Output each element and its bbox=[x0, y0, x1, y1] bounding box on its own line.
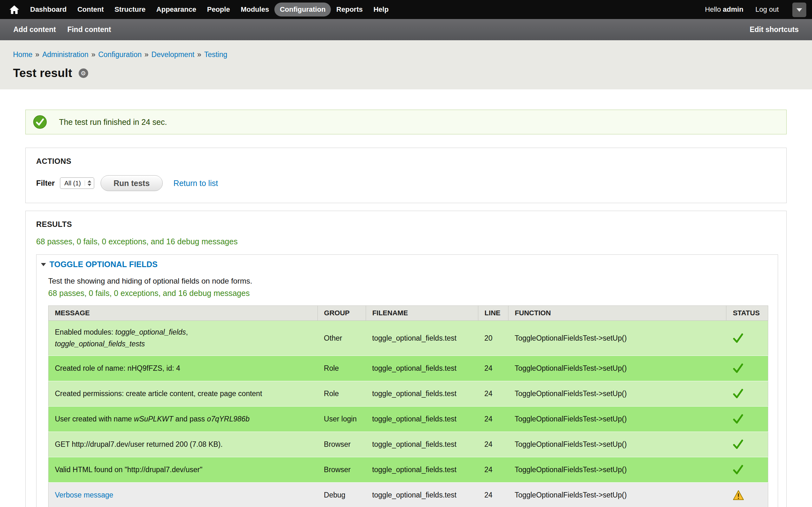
fieldset-summary: 68 passes, 0 fails, 0 exceptions, and 16… bbox=[48, 289, 768, 298]
admin-toolbar: Dashboard Content Structure Appearance P… bbox=[0, 0, 812, 19]
breadcrumb-home[interactable]: Home bbox=[13, 50, 32, 59]
cell-status bbox=[726, 483, 768, 507]
return-to-list-link[interactable]: Return to list bbox=[173, 179, 218, 188]
cell-filename: toggle_optional_fields.test bbox=[366, 406, 478, 432]
cell-message: Valid HTML found on "http://drupal7.dev/… bbox=[49, 457, 318, 483]
caret-down-icon bbox=[797, 8, 802, 12]
toolbar-item-appearance[interactable]: Appearance bbox=[151, 3, 202, 16]
table-row: User created with name wSuPLKWT and pass… bbox=[49, 406, 768, 432]
message-text: o7qYRL986b bbox=[207, 415, 249, 423]
edit-shortcuts-link[interactable]: Edit shortcuts bbox=[750, 25, 799, 34]
fieldset-description: Test the showing and hiding of optional … bbox=[48, 277, 768, 285]
cell-function: ToggleOptionalFieldsTest->setUp() bbox=[508, 381, 726, 406]
toolbar-toggle-button[interactable] bbox=[792, 3, 806, 17]
cell-group: Browser bbox=[317, 457, 366, 483]
pass-icon bbox=[733, 440, 744, 449]
main-content: The test run finished in 24 sec. ACTIONS… bbox=[0, 89, 812, 507]
table-header-row: MESSAGE GROUP FILENAME LINE FUNCTION STA… bbox=[49, 306, 768, 321]
message-text: wSuPLKWT bbox=[134, 415, 173, 423]
logout-link[interactable]: Log out bbox=[756, 5, 779, 14]
message-text: and pass bbox=[173, 415, 207, 423]
cell-status bbox=[726, 457, 768, 483]
status-message-text: The test run finished in 24 sec. bbox=[59, 118, 167, 127]
pass-icon bbox=[733, 414, 744, 424]
username: admin bbox=[723, 5, 744, 13]
cell-message: Created role of name: nHQ9fFZS, id: 4 bbox=[49, 356, 318, 381]
message-text: , bbox=[186, 328, 188, 336]
toolbar-item-modules[interactable]: Modules bbox=[235, 3, 274, 16]
cell-group: Role bbox=[317, 356, 366, 381]
results-table-body: Enabled modules: toggle_optional_fields,… bbox=[49, 321, 768, 507]
pass-icon bbox=[733, 363, 744, 373]
filter-label: Filter bbox=[36, 179, 55, 187]
toolbar-item-reports[interactable]: Reports bbox=[331, 3, 368, 16]
cell-group: Other bbox=[317, 321, 366, 356]
cell-line: 24 bbox=[478, 356, 508, 381]
breadcrumb-separator: » bbox=[35, 50, 39, 59]
toolbar-item-structure[interactable]: Structure bbox=[109, 3, 151, 16]
header-status: STATUS bbox=[726, 306, 768, 321]
toolbar-item-dashboard[interactable]: Dashboard bbox=[25, 3, 72, 16]
pass-icon bbox=[733, 389, 744, 399]
cell-function: ToggleOptionalFieldsTest->setUp() bbox=[508, 457, 726, 483]
cell-function: ToggleOptionalFieldsTest->setUp() bbox=[508, 432, 726, 457]
gear-icon[interactable]: ⚙ bbox=[79, 68, 88, 78]
toolbar-item-configuration[interactable]: Configuration bbox=[274, 3, 331, 16]
cell-message: Verbose message bbox=[49, 483, 318, 507]
cell-filename: toggle_optional_fields.test bbox=[366, 321, 478, 356]
breadcrumb-administration[interactable]: Administration bbox=[42, 50, 89, 59]
header-line: LINE bbox=[478, 306, 508, 321]
user-greeting: Hello admin bbox=[705, 5, 744, 14]
results-table: MESSAGE GROUP FILENAME LINE FUNCTION STA… bbox=[48, 305, 768, 507]
message-text: User created with name bbox=[55, 415, 134, 423]
verbose-message-link[interactable]: Verbose message bbox=[55, 491, 113, 499]
shortcut-find-content[interactable]: Find content bbox=[67, 25, 111, 34]
run-tests-button[interactable]: Run tests bbox=[101, 175, 163, 191]
message-text: toggle_optional_fields_tests bbox=[55, 340, 145, 348]
toolbar-item-content[interactable]: Content bbox=[72, 3, 109, 16]
message-text: Valid HTML found on "http://drupal7.dev/… bbox=[55, 465, 202, 474]
toolbar-item-help[interactable]: Help bbox=[368, 3, 394, 16]
cell-status bbox=[726, 381, 768, 406]
cell-function: ToggleOptionalFieldsTest->setUp() bbox=[508, 406, 726, 432]
cell-line: 20 bbox=[478, 321, 508, 356]
filter-select-value: All (1) bbox=[64, 180, 81, 187]
shortcut-bar: Add content Find content Edit shortcuts bbox=[0, 19, 812, 40]
cell-group: Browser bbox=[317, 432, 366, 457]
cell-filename: toggle_optional_fields.test bbox=[366, 483, 478, 507]
page-header-region: Home»Administration»Configuration»Develo… bbox=[0, 40, 812, 89]
toolbar-item-people[interactable]: People bbox=[202, 3, 235, 16]
results-summary: 68 passes, 0 fails, 0 exceptions, and 16… bbox=[36, 237, 778, 246]
cell-group: User login bbox=[317, 406, 366, 432]
warning-icon bbox=[733, 490, 744, 500]
results-panel: RESULTS 68 passes, 0 fails, 0 exceptions… bbox=[26, 211, 786, 507]
cell-message: GET http://drupal7.dev/user returned 200… bbox=[49, 432, 318, 457]
fieldset-legend-link[interactable]: TOGGLE OPTIONAL FIELDS bbox=[49, 260, 158, 269]
table-row: Created role of name: nHQ9fFZS, id: 4Rol… bbox=[49, 356, 768, 381]
breadcrumb-configuration[interactable]: Configuration bbox=[98, 50, 142, 59]
breadcrumb-development[interactable]: Development bbox=[151, 50, 194, 59]
cell-filename: toggle_optional_fields.test bbox=[366, 381, 478, 406]
cell-message: Created permissions: create article cont… bbox=[49, 381, 318, 406]
collapse-arrow-icon bbox=[41, 263, 46, 266]
cell-line: 24 bbox=[478, 483, 508, 507]
select-arrows-icon bbox=[85, 180, 91, 186]
header-function: FUNCTION bbox=[508, 306, 726, 321]
cell-function: ToggleOptionalFieldsTest->setUp() bbox=[508, 356, 726, 381]
table-row: GET http://drupal7.dev/user returned 200… bbox=[49, 432, 768, 457]
breadcrumb: Home»Administration»Configuration»Develo… bbox=[13, 50, 799, 59]
cell-status bbox=[726, 356, 768, 381]
cell-function: ToggleOptionalFieldsTest->setUp() bbox=[508, 483, 726, 507]
cell-status bbox=[726, 321, 768, 356]
actions-panel: ACTIONS Filter All (1) Run tests Return … bbox=[26, 148, 786, 203]
message-text: Created role of name: nHQ9fFZS, id: 4 bbox=[55, 364, 180, 372]
breadcrumb-testing[interactable]: Testing bbox=[204, 50, 227, 59]
home-icon[interactable] bbox=[9, 5, 19, 14]
filter-select[interactable]: All (1) bbox=[60, 177, 94, 189]
header-filename: FILENAME bbox=[366, 306, 478, 321]
message-text: toggle_optional_fields bbox=[115, 328, 186, 336]
table-row: Created permissions: create article cont… bbox=[49, 381, 768, 406]
cell-message: User created with name wSuPLKWT and pass… bbox=[49, 406, 318, 432]
breadcrumb-separator: » bbox=[145, 50, 149, 59]
shortcut-add-content[interactable]: Add content bbox=[13, 25, 56, 34]
